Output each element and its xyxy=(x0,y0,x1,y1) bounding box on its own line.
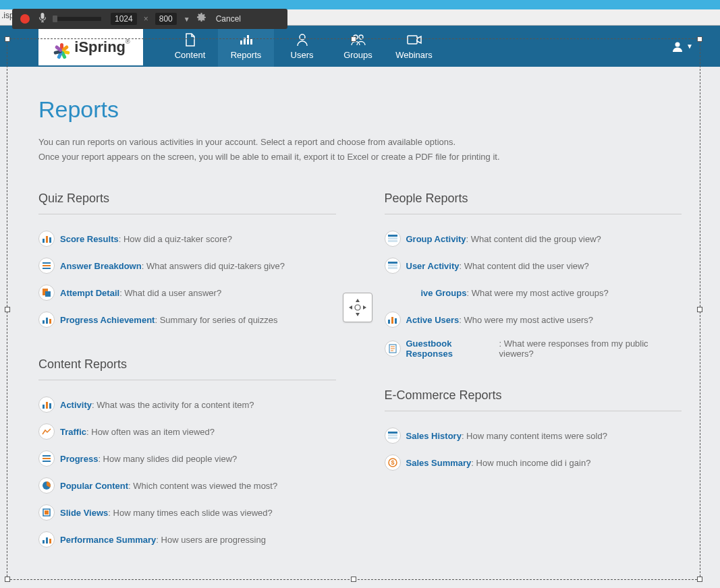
table-icon xyxy=(385,231,401,247)
svg-rect-14 xyxy=(388,235,397,237)
report-link[interactable]: Active Users xyxy=(406,315,460,325)
report-desc: : Which content was viewed the most? xyxy=(128,481,277,491)
detail-icon xyxy=(38,285,55,301)
screen-recorder-toolbar: 1024 × 800 ▼ Cancel xyxy=(12,9,287,29)
report-progress: Progress : How many slides did people vi… xyxy=(38,450,336,467)
nav-reports[interactable]: Reports xyxy=(218,26,274,67)
right-column: People Reports Group Activity : What con… xyxy=(385,192,682,577)
report-desc: : What did a user answer? xyxy=(119,288,221,298)
report-link[interactable]: Attempt Detail xyxy=(60,288,119,298)
nav-label: Webinars xyxy=(395,50,433,60)
line-chart-icon xyxy=(38,423,55,440)
svg-marker-27 xyxy=(356,299,360,302)
section-title: People Reports xyxy=(385,192,682,214)
report-answer-breakdown: Answer Breakdown : What answers did quiz… xyxy=(38,258,336,274)
report-link[interactable]: Sales Summary xyxy=(406,458,472,468)
nav-label: Content xyxy=(175,50,206,60)
move-cursor-overlay[interactable] xyxy=(343,293,372,322)
report-link[interactable]: Score Results xyxy=(60,234,119,244)
chevron-down-icon: ▼ xyxy=(686,42,693,50)
report-link[interactable]: Performance Summary xyxy=(60,535,156,545)
logo-text: iSpring xyxy=(74,38,126,56)
svg-rect-19 xyxy=(388,267,397,269)
svg-point-4 xyxy=(300,34,305,40)
user-menu[interactable]: ▼ xyxy=(671,26,693,67)
dimension-separator: × xyxy=(144,14,148,24)
svg-rect-13 xyxy=(45,510,49,514)
report-link[interactable]: Answer Breakdown xyxy=(60,261,142,271)
left-column: Quiz Reports Score Results : How did a q… xyxy=(38,192,336,577)
svg-rect-16 xyxy=(388,240,397,242)
page-title: Reports xyxy=(38,96,682,123)
main-nav: Content Reports Users Groups Webinars xyxy=(162,26,442,67)
report-link[interactable]: Sales History xyxy=(406,431,462,441)
svg-marker-28 xyxy=(356,313,360,316)
report-link[interactable]: ive Groups xyxy=(421,288,467,298)
svg-marker-29 xyxy=(349,305,352,310)
report-desc: : What content did the group view? xyxy=(466,234,601,244)
svg-point-26 xyxy=(355,305,360,310)
report-active-groups: ive Groups : What were my most active gr… xyxy=(385,285,682,301)
svg-rect-22 xyxy=(388,434,397,436)
report-desc: : How did a quiz-taker score? xyxy=(119,234,232,244)
intro-text: You can run reports on various activitie… xyxy=(38,135,682,165)
report-link[interactable]: User Activity xyxy=(406,261,460,271)
report-link[interactable]: Progress xyxy=(60,454,98,464)
size-preset-dropdown[interactable]: ▼ xyxy=(184,16,190,23)
microphone-icon[interactable] xyxy=(38,12,47,26)
nav-content[interactable]: Content xyxy=(162,26,218,67)
report-link[interactable]: Slide Views xyxy=(60,508,108,518)
nav-groups[interactable]: Groups xyxy=(330,26,386,67)
svg-rect-18 xyxy=(388,264,397,266)
report-desc: : How many times each slide was viewed? xyxy=(108,508,273,518)
report-link[interactable]: Guestbook Responses xyxy=(406,339,499,359)
report-desc: : How many slides did people view? xyxy=(98,454,237,464)
section-title: Quiz Reports xyxy=(38,192,336,214)
report-popular-content: Popular Content : Which content was view… xyxy=(38,477,336,494)
nav-label: Reports xyxy=(231,50,262,60)
pie-chart-icon xyxy=(38,477,55,494)
report-desc: : How often was an item viewed? xyxy=(86,427,215,437)
bar-chart-icon xyxy=(38,396,55,413)
slide-icon xyxy=(38,504,55,521)
report-link[interactable]: Traffic xyxy=(60,427,86,437)
report-active-users: Active Users : Who were my most active u… xyxy=(385,312,682,328)
report-link[interactable]: Activity xyxy=(60,400,92,410)
record-button[interactable] xyxy=(20,14,30,24)
report-desc: : What content did the user view? xyxy=(460,261,589,271)
report-desc: : How users are progressing xyxy=(156,535,266,545)
bar-chart-icon xyxy=(38,312,55,328)
cancel-button[interactable]: Cancel xyxy=(216,14,241,24)
nav-label: Users xyxy=(291,50,314,60)
user-icon xyxy=(296,32,308,47)
avatar-icon xyxy=(671,40,684,53)
report-desc: : What was the activity for a content it… xyxy=(92,400,254,410)
report-desc: : What answers did quiz-takers give? xyxy=(142,261,285,271)
svg-point-8 xyxy=(675,42,680,47)
height-input[interactable]: 800 xyxy=(155,13,177,25)
width-input[interactable]: 1024 xyxy=(111,13,137,25)
settings-icon[interactable] xyxy=(196,12,206,26)
logo[interactable]: iSpring ® xyxy=(38,28,143,65)
ecommerce-reports-section: E-Commerce Reports Sales History : How m… xyxy=(385,388,682,471)
move-icon xyxy=(348,297,368,318)
people-reports-section: People Reports Group Activity : What con… xyxy=(385,192,682,359)
nav-users[interactable]: Users xyxy=(274,26,330,67)
svg-rect-7 xyxy=(408,36,417,44)
report-score-results: Score Results : How did a quiz-taker sco… xyxy=(38,231,336,247)
content-reports-section: Content Reports Activity : What was the … xyxy=(38,357,336,548)
svg-rect-17 xyxy=(388,262,397,264)
svg-rect-1 xyxy=(244,38,246,45)
report-link[interactable]: Popular Content xyxy=(60,481,128,491)
nav-webinars[interactable]: Webinars xyxy=(386,26,442,67)
dimensions-display: 1024 × 800 xyxy=(111,13,177,25)
report-link[interactable]: Group Activity xyxy=(406,234,466,244)
main-content: Reports You can run reports on various a… xyxy=(0,67,720,588)
report-link[interactable]: Progress Achievement xyxy=(60,315,155,325)
mic-volume-slider[interactable] xyxy=(53,17,101,21)
svg-rect-0 xyxy=(240,40,242,45)
report-desc: : How many content items were sold? xyxy=(462,431,607,441)
nav-label: Groups xyxy=(343,50,372,60)
report-slide-views: Slide Views : How many times each slide … xyxy=(38,504,336,521)
report-desc: : Summary for series of quizzes xyxy=(155,315,277,325)
